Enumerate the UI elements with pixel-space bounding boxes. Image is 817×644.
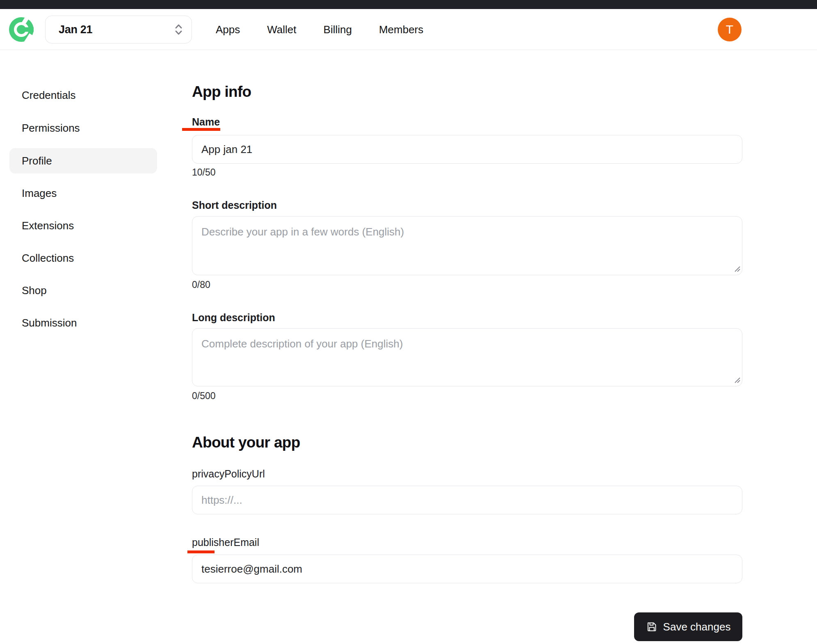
workspace-selector[interactable]: Jan 21 [45,16,192,43]
user-avatar[interactable]: T [718,18,742,41]
privacy-policy-url-input[interactable] [192,486,742,514]
sidebar-item-images[interactable]: Images [9,180,157,206]
nav-apps[interactable]: Apps [216,23,240,36]
short-description-textarea[interactable] [192,216,742,275]
nav-billing[interactable]: Billing [324,23,352,36]
sidebar-item-permissions[interactable]: Permissions [9,115,157,141]
long-description-label: Long description [192,312,275,324]
publisher-email-input[interactable] [192,555,742,583]
sidebar-item-collections[interactable]: Collections [9,245,157,271]
brand-logo-icon[interactable] [9,17,34,42]
long-description-char-counter: 0/500 [192,391,216,402]
save-changes-button[interactable]: Save changes [634,612,742,641]
privacy-policy-url-label: privacyPolicyUrl [192,468,265,480]
nav-wallet[interactable]: Wallet [267,23,296,36]
primary-nav: Apps Wallet Billing Members [216,9,423,50]
short-description-char-counter: 0/80 [192,279,210,290]
workspace-selector-value: Jan 21 [59,23,92,36]
save-changes-label: Save changes [663,621,731,633]
app-window: Jan 21 Apps Wallet Billing Members T Cre… [0,0,817,644]
unfold-more-icon [175,23,183,36]
sidebar-item-shop[interactable]: Shop [9,278,157,303]
section-title-about: About your app [192,434,300,451]
sidebar-item-extensions[interactable]: Extensions [9,213,157,238]
short-description-label: Short description [192,199,277,211]
resize-grip-icon[interactable] [733,376,741,384]
header-bar: Jan 21 Apps Wallet Billing Members T [0,9,817,50]
annotation-underline-name [182,128,220,131]
sidebar-item-profile[interactable]: Profile [9,148,157,174]
name-char-counter: 10/50 [192,167,216,178]
section-title-app-info: App info [192,83,251,100]
resize-grip-icon[interactable] [733,265,741,272]
name-input[interactable] [192,135,742,164]
window-top-strip [0,0,817,9]
nav-members[interactable]: Members [379,23,423,36]
publisher-email-label: publisherEmail [192,537,259,548]
long-description-textarea[interactable] [192,328,742,386]
sidebar-item-submission[interactable]: Submission [9,310,157,336]
annotation-underline-publisher-email [187,550,215,553]
sidebar-item-credentials[interactable]: Credentials [9,82,157,108]
avatar-initial: T [726,23,733,37]
name-field-label: Name [192,116,220,128]
floppy-disk-icon [646,621,657,633]
